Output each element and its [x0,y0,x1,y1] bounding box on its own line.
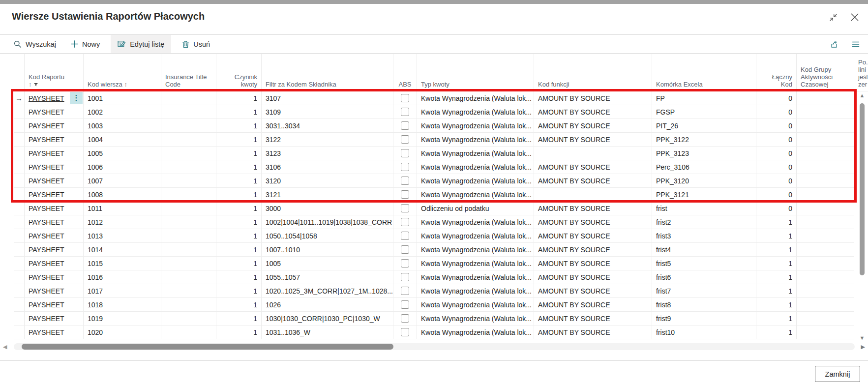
cell-insurance[interactable] [161,312,216,325]
cell-function_code[interactable]: AMOUNT BY SOURCE [534,229,652,242]
horizontal-scrollbar[interactable] [14,343,855,350]
column-header-factor[interactable]: Czynnik kwoty [216,54,262,91]
cell-excel_cell[interactable]: frist9 [652,312,756,325]
cell-report_code[interactable]: PAYSHEET [25,105,84,118]
cell-filter[interactable]: 3120 [262,174,393,187]
cell-report_code[interactable]: PAYSHEET [25,174,84,187]
cell-excel_cell[interactable]: PPK_3122 [652,133,756,146]
cell-abs[interactable] [393,160,417,174]
cell-report_code[interactable]: PAYSHEET [25,188,84,201]
cell-line_code[interactable]: 1008 [84,188,161,201]
cell-time_group[interactable] [797,243,854,256]
cell-insurance[interactable] [161,298,216,311]
abs-checkbox[interactable] [401,218,409,226]
cell-factor[interactable]: 1 [216,202,262,215]
abs-checkbox[interactable] [401,328,409,336]
cell-line_code[interactable]: 1003 [84,119,161,132]
table-row[interactable]: PAYSHEET100713120Kwota Wynagrodzenia (Wa… [14,174,854,188]
cell-excel_cell[interactable]: PPK_3120 [652,174,756,187]
vertical-scrollbar[interactable]: ▲ ▼ [858,92,866,341]
abs-checkbox[interactable] [401,300,409,309]
cell-function_code[interactable]: AMOUNT BY SOURCE [534,202,652,215]
cell-total_code[interactable]: 0 [756,105,797,118]
cell-function_code[interactable]: AMOUNT BY SOURCE [534,270,652,284]
cell-filter[interactable]: 1055..1057 [262,270,393,284]
cell-factor[interactable]: 1 [216,298,262,311]
cell-factor[interactable]: 1 [216,119,262,132]
cell-time_group[interactable] [797,270,854,284]
cell-line_code[interactable]: 1012 [84,215,161,229]
cell-report_code[interactable]: PAYSHEET [25,312,84,325]
cell-line_code[interactable]: 1007 [84,174,161,187]
scroll-down-icon[interactable]: ▼ [858,335,866,341]
cell-report_code[interactable]: PAYSHEET [25,284,84,297]
cell-factor[interactable]: 1 [216,174,262,187]
cell-factor[interactable]: 1 [216,284,262,297]
cell-abs[interactable] [393,284,417,297]
cell-filter[interactable]: 3106 [262,160,393,174]
cell-function_code[interactable]: AMOUNT BY SOURCE [534,160,652,174]
scroll-up-icon[interactable]: ▲ [858,92,866,98]
scroll-right-icon[interactable]: ▶ [861,343,865,350]
column-header-abs[interactable]: ABS [393,54,417,91]
cell-amount_type[interactable]: Kwota Wynagrodzenia (Waluta lok... [417,91,534,105]
cell-report_code[interactable]: PAYSHEET [25,215,84,229]
cell-amount_type[interactable]: Kwota Wynagrodzenia (Waluta lok... [417,215,534,229]
cell-report_code[interactable]: PAYSHEET [25,326,84,339]
cell-report_code[interactable]: PAYSHEET [25,229,84,242]
cell-total_code[interactable]: 0 [756,119,797,132]
cell-filter[interactable]: 3122 [262,133,393,146]
cell-insurance[interactable] [161,229,216,242]
cell-function_code[interactable]: AMOUNT BY SOURCE [534,215,652,229]
abs-checkbox[interactable] [401,232,409,240]
cell-insurance[interactable] [161,160,216,174]
cell-excel_cell[interactable]: frist [652,202,756,215]
table-row[interactable]: PAYSHEET101911030|1030_CORR|1030_PC|1030… [14,312,854,326]
abs-checkbox[interactable] [401,94,409,102]
column-header-total_code[interactable]: Łączny Kod [756,54,797,91]
cell-amount_type[interactable]: Kwota Wynagrodzenia (Waluta lok... [417,270,534,284]
abs-checkbox[interactable] [401,190,409,199]
cell-filter[interactable]: 1030|1030_CORR|1030_PC|1030_W [262,312,393,325]
cell-line_code[interactable]: 1019 [84,312,161,325]
cell-time_group[interactable] [797,188,854,201]
cell-total_code[interactable]: 1 [756,270,797,284]
cell-time_group[interactable] [797,202,854,215]
close-button[interactable] [848,11,861,24]
cell-excel_cell[interactable]: FGSP [652,105,756,118]
cell-abs[interactable] [393,174,417,187]
cell-filter[interactable]: 1026 [262,298,393,311]
cell-amount_type[interactable]: Kwota Wynagrodzenia (Waluta lok... [417,188,534,201]
table-row[interactable]: PAYSHEET100813121Kwota Wynagrodzenia (Wa… [14,188,854,202]
cell-line_code[interactable]: 1006 [84,160,161,174]
cell-line_code[interactable]: 1011 [84,202,161,215]
cell-amount_type[interactable]: Odliczeniu od podatku [417,202,534,215]
cell-abs[interactable] [393,257,417,270]
cell-time_group[interactable] [797,284,854,297]
cell-insurance[interactable] [161,326,216,339]
cell-amount_type[interactable]: Kwota Wynagrodzenia (Waluta lok... [417,298,534,311]
cell-insurance[interactable] [161,91,216,105]
cell-insurance[interactable] [161,215,216,229]
table-row[interactable]: PAYSHEET101511005Kwota Wynagrodzenia (Wa… [14,257,854,270]
cell-excel_cell[interactable]: frist2 [652,215,756,229]
cell-report_code[interactable]: PAYSHEET⋮ [25,91,84,105]
cell-excel_cell[interactable]: frist6 [652,270,756,284]
cell-time_group[interactable] [797,229,854,242]
cell-report_code[interactable]: PAYSHEET [25,147,84,160]
cell-insurance[interactable] [161,133,216,146]
cell-total_code[interactable]: 1 [756,312,797,325]
cell-factor[interactable]: 1 [216,243,262,256]
abs-checkbox[interactable] [401,287,409,295]
cell-total_code[interactable]: 1 [756,243,797,256]
cell-amount_type[interactable]: Kwota Wynagrodzenia (Waluta lok... [417,160,534,174]
cell-amount_type[interactable]: Kwota Wynagrodzenia (Waluta lok... [417,105,534,118]
cell-factor[interactable]: 1 [216,257,262,270]
cell-excel_cell[interactable]: Perc_3106 [652,160,756,174]
cell-time_group[interactable] [797,160,854,174]
cell-time_group[interactable] [797,133,854,146]
cell-time_group[interactable] [797,147,854,160]
column-header-excel_cell[interactable]: Komórka Excela [652,54,756,91]
cell-line_code[interactable]: 1016 [84,270,161,284]
cell-time_group[interactable] [797,119,854,132]
